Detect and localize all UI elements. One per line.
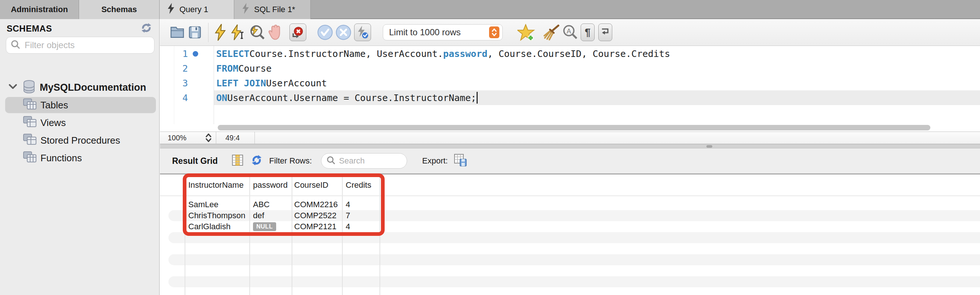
pilcrow-icon: ¶ bbox=[585, 27, 590, 38]
beautify-icon[interactable] bbox=[543, 24, 560, 40]
tab-administration[interactable]: Administration bbox=[0, 0, 79, 19]
toggle-autocommit-icon[interactable] bbox=[354, 24, 371, 41]
code-line: 2 FROM Course bbox=[160, 61, 980, 76]
results-search-input[interactable] bbox=[338, 156, 393, 166]
views-icon bbox=[23, 116, 37, 130]
execute-statement-icon[interactable] bbox=[231, 24, 245, 41]
limit-rows-dropdown[interactable]: Limit to 1000 rows bbox=[383, 24, 503, 40]
editor-horizontal-scrollbar[interactable] bbox=[160, 124, 980, 132]
filter-rows-label: Filter Rows: bbox=[269, 148, 312, 173]
toggle-stop-on-error-icon[interactable] bbox=[290, 24, 306, 41]
line-number: 3 bbox=[160, 78, 188, 89]
refresh-results-icon[interactable] bbox=[251, 154, 262, 168]
execute-query-icon[interactable] bbox=[215, 24, 226, 41]
code-line: 4 ON UserAccount.Username = Course.Instr… bbox=[160, 90, 980, 105]
grid-cell[interactable]: COMM2216 bbox=[294, 199, 338, 210]
caret-position: 49:4 bbox=[226, 132, 240, 144]
header-separator bbox=[160, 195, 980, 196]
sidebar-item-stored-procedures[interactable]: Stored Procedures bbox=[5, 132, 156, 148]
grid-cell[interactable]: def bbox=[253, 210, 264, 221]
row-stripe bbox=[169, 254, 980, 265]
sidebar-item-views[interactable]: Views bbox=[5, 115, 156, 131]
grid-cell[interactable]: ABC bbox=[253, 199, 270, 210]
tab-query-1[interactable]: Query 1 bbox=[160, 0, 234, 19]
save-snippet-icon[interactable] bbox=[517, 24, 535, 41]
functions-icon bbox=[23, 151, 37, 165]
save-icon[interactable] bbox=[188, 25, 202, 39]
row-stripe bbox=[169, 276, 980, 287]
sidebar-item-label: Views bbox=[40, 117, 66, 128]
tab-sql-file-1[interactable]: SQL File 1* bbox=[234, 0, 311, 19]
wrap-text-button[interactable] bbox=[598, 24, 612, 41]
grid-cell[interactable]: 4 bbox=[346, 199, 350, 210]
lightning-icon bbox=[242, 3, 250, 16]
grid-cell[interactable]: CarlGladish bbox=[188, 221, 231, 232]
column-separator bbox=[292, 174, 292, 295]
zoom-level: 100% bbox=[168, 132, 186, 144]
column-header-password[interactable]: password bbox=[253, 174, 288, 195]
grid-cell[interactable]: COMP2121 bbox=[294, 221, 336, 232]
column-header-instructorname[interactable]: InstructorName bbox=[188, 174, 243, 195]
search-icon bbox=[11, 40, 20, 51]
rollback-icon[interactable] bbox=[336, 25, 351, 40]
grid-cell[interactable]: COMP2522 bbox=[294, 210, 336, 221]
sql-text: UserAccount.Username = Course.Instructor… bbox=[227, 93, 476, 103]
find-icon[interactable]: A bbox=[562, 24, 578, 40]
column-separator bbox=[185, 174, 185, 295]
grid-cell[interactable]: ChrisThompson bbox=[188, 210, 245, 221]
column-header-credits[interactable]: Credits bbox=[346, 174, 371, 195]
column-separator bbox=[342, 174, 343, 295]
null-badge: NULL bbox=[253, 222, 276, 231]
refresh-schemas-icon[interactable] bbox=[141, 23, 152, 35]
statusbar-separator bbox=[255, 132, 255, 144]
results-search-box bbox=[321, 153, 407, 169]
limit-rows-value: Limit to 1000 rows bbox=[389, 27, 461, 38]
stored-procedures-icon bbox=[23, 133, 37, 148]
statement-marker-icon bbox=[193, 51, 198, 57]
sql-editor[interactable]: 1 SELECT Course.InstructorName, UserAcco… bbox=[160, 46, 980, 124]
result-grid: InstructorName password CourseID Credits… bbox=[160, 174, 980, 295]
tab-query-1-label: Query 1 bbox=[180, 5, 208, 14]
splitter-handle-icon[interactable] bbox=[706, 145, 712, 148]
commit-icon[interactable] bbox=[317, 25, 333, 40]
zoom-stepper[interactable] bbox=[204, 133, 213, 144]
database-icon bbox=[23, 80, 35, 95]
stop-icon[interactable] bbox=[267, 24, 283, 40]
sidebar-item-tables[interactable]: Tables bbox=[5, 97, 156, 113]
scrollbar-thumb[interactable] bbox=[218, 125, 931, 130]
tab-schemas-label: Schemas bbox=[102, 5, 137, 14]
lightning-icon bbox=[167, 3, 175, 16]
sidebar-item-functions[interactable]: Functions bbox=[5, 150, 156, 166]
open-file-icon[interactable] bbox=[170, 25, 185, 39]
chevron-down-icon[interactable] bbox=[9, 84, 17, 91]
sql-text: UserAccount bbox=[266, 78, 327, 89]
export-recordset-icon[interactable] bbox=[454, 154, 467, 168]
sql-keyword: FROM bbox=[216, 63, 238, 74]
show-invisibles-button[interactable]: ¶ bbox=[581, 24, 595, 41]
row-stripe bbox=[169, 232, 980, 243]
line-number: 1 bbox=[160, 49, 188, 59]
sql-keyword: LEFT JOIN bbox=[216, 78, 266, 89]
filter-objects-box bbox=[6, 37, 154, 54]
panel-splitter[interactable] bbox=[160, 144, 980, 148]
sql-keyword: ON bbox=[216, 93, 227, 103]
statusbar-separator bbox=[216, 132, 216, 144]
tab-sql-file-1-label: SQL File 1* bbox=[254, 5, 295, 14]
sidebar-item-label: Tables bbox=[40, 100, 68, 111]
sql-keyword: password bbox=[443, 49, 487, 59]
grid-cell[interactable]: 7 bbox=[346, 210, 350, 221]
explain-plan-icon[interactable] bbox=[248, 24, 264, 40]
mysql-workbench-window: Administration Schemas Query 1 SQL File … bbox=[0, 0, 980, 295]
grid-cell[interactable]: NULL bbox=[253, 221, 276, 232]
tab-schemas[interactable]: Schemas bbox=[79, 0, 160, 19]
filter-objects-input[interactable] bbox=[24, 40, 150, 51]
line-number: 4 bbox=[160, 93, 188, 103]
code-line: 3 LEFT JOIN UserAccount bbox=[160, 76, 980, 90]
grid-cell[interactable]: 4 bbox=[346, 221, 350, 232]
sidebar-item-label: Stored Procedures bbox=[40, 135, 120, 146]
grid-cell[interactable]: SamLee bbox=[188, 199, 218, 210]
column-header-courseid[interactable]: CourseID bbox=[294, 174, 328, 195]
sidebar-title: SCHEMAS bbox=[6, 24, 52, 34]
tree-node-schema[interactable]: MySQLDocumentation bbox=[0, 79, 160, 96]
grid-view-icon[interactable] bbox=[232, 155, 243, 167]
